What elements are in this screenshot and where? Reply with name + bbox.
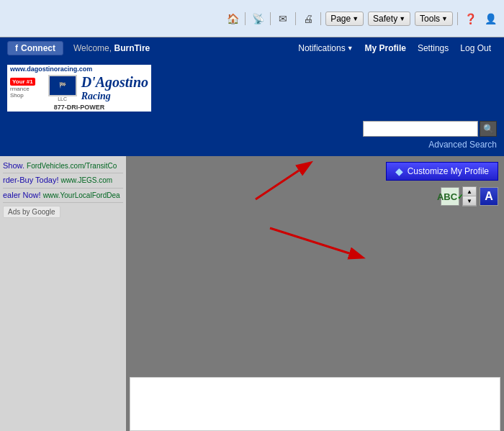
banner-left: Your #1 rmance Shop: [10, 78, 44, 99]
sidebar-ads: Show. FordVehicles.com/TransitCo rder-Bu…: [0, 156, 126, 431]
page-arrow: ▼: [352, 15, 359, 22]
settings-nav-item[interactable]: Settings: [412, 37, 454, 59]
ad-title-2[interactable]: rder-Buy Today!: [3, 176, 58, 184]
notifications-label: Notifications: [298, 43, 345, 53]
decrement-button[interactable]: ▼: [463, 196, 476, 206]
banner-right: D'Agostino Racing: [81, 74, 148, 102]
fb-connect-button[interactable]: f Connect: [7, 41, 63, 55]
content-box: [130, 377, 500, 431]
stepper-group: ▲ ▼: [462, 186, 477, 207]
main-right-panel: ◆ Customize My Profile ABC ✓ ▲ ▼ A: [126, 156, 504, 431]
font-a-icon: A: [485, 190, 493, 203]
customize-profile-label: Customize My Profile: [408, 166, 489, 176]
safety-button[interactable]: Safety ▼: [368, 12, 410, 26]
svg-line-2: [256, 171, 299, 199]
home-icon[interactable]: 🏠: [225, 11, 240, 27]
editor-toolbar: ABC ✓ ▲ ▼ A: [441, 186, 498, 207]
racing-logo: 🏁: [48, 75, 77, 96]
banner-phone: 877-DRI-POWER: [54, 104, 105, 111]
divider-1: [245, 12, 246, 25]
ads-by-label: Ads by Google: [8, 208, 55, 216]
search-row: 🔍: [363, 121, 497, 137]
search-button[interactable]: 🔍: [480, 121, 497, 137]
toolbar-icons: 🏠 📡 ✉ 🖨 Page ▼ Safety ▼ Tools ▼ ❓ 👤: [225, 11, 498, 27]
ad-url-1: FordVehicles.com/TransitCo: [27, 162, 117, 170]
divider-3: [295, 12, 296, 25]
divider-5: [457, 12, 458, 25]
print-icon[interactable]: 🖨: [300, 11, 316, 27]
ad-title-3[interactable]: ealer Now!: [3, 191, 41, 199]
banner-title: D'Agostino: [81, 74, 148, 91]
ads-by-google-badge: Ads by Google: [3, 206, 60, 218]
tools-button[interactable]: Tools ▼: [415, 12, 453, 26]
banner-logo: Your #1 rmance Shop 🏁 LLC D'Agostino Rac…: [10, 74, 148, 102]
ad-title-1[interactable]: Show.: [3, 161, 24, 170]
advanced-search-link[interactable]: Advanced Search: [428, 140, 497, 150]
page-label: Page: [330, 14, 351, 24]
ad-item-3: ealer Now! www.YourLocalFordDea: [3, 189, 123, 203]
abc-icon: ABC: [437, 191, 457, 202]
fb-connect-label: Connect: [21, 43, 55, 53]
search-icon: 🔍: [483, 124, 494, 134]
banner-llc: LLC: [58, 96, 67, 101]
page-button[interactable]: Page ▼: [325, 12, 364, 26]
settings-label: Settings: [418, 43, 449, 53]
mail-icon[interactable]: ✉: [275, 11, 291, 27]
help-icon[interactable]: ❓: [462, 11, 478, 27]
logout-label: Log Out: [460, 43, 491, 53]
banner-shop-text: rmance Shop: [10, 86, 44, 99]
font-button[interactable]: A: [480, 187, 498, 206]
browser-toolbar: 🏠 📡 ✉ 🖨 Page ▼ Safety ▼ Tools ▼ ❓ 👤: [0, 0, 504, 37]
divider-4: [320, 12, 321, 25]
fb-f-icon: f: [15, 43, 18, 53]
diamond-icon: ◆: [395, 165, 403, 177]
divider-2: [270, 12, 271, 25]
ad-url-2: www.JEGS.com: [61, 176, 113, 184]
rss-icon[interactable]: 📡: [250, 11, 266, 27]
banner-url: www.dagostinoracing.com: [10, 65, 92, 73]
ad-item-1: Show. FordVehicles.com/TransitCo: [3, 159, 123, 173]
safety-arrow: ▼: [399, 15, 405, 22]
increment-button[interactable]: ▲: [463, 187, 476, 196]
notifications-arrow: ▼: [347, 45, 354, 52]
ad-item-2: rder-Buy Today! www.JEGS.com: [3, 173, 123, 188]
tools-arrow: ▼: [441, 15, 448, 22]
sponsor-banner: www.dagostinoracing.com Your #1 rmance S…: [7, 65, 151, 112]
svg-line-3: [270, 228, 349, 253]
user-icon[interactable]: 👤: [482, 11, 498, 27]
safety-label: Safety: [373, 14, 397, 24]
facebook-bar: f Connect Welcome, BurnTire Notification…: [0, 37, 504, 59]
banner-racing: Racing: [81, 91, 148, 102]
ad-url-3: www.YourLocalFordDea: [43, 191, 120, 199]
fb-welcome-text: Welcome, BurnTire: [73, 43, 150, 53]
banner-center: 🏁 LLC: [48, 75, 77, 101]
website-content: f Connect Welcome, BurnTire Notification…: [0, 37, 504, 431]
tools-label: Tools: [420, 14, 440, 24]
banner-badge: Your #1: [10, 78, 35, 86]
fb-username: BurnTire: [114, 43, 150, 53]
fb-navigation: Notifications ▼ My Profile Settings Log …: [292, 37, 497, 59]
logout-nav-item[interactable]: Log Out: [454, 37, 497, 59]
notifications-nav-item[interactable]: Notifications ▼: [292, 37, 359, 59]
search-area: 🔍 Advanced Search: [0, 117, 504, 156]
search-input[interactable]: [363, 121, 478, 137]
my-profile-nav-item[interactable]: My Profile: [359, 37, 412, 59]
racing-logo-text: 🏁: [59, 82, 66, 89]
spell-check-button[interactable]: ABC ✓: [441, 187, 459, 206]
banner-area: www.dagostinoracing.com Your #1 rmance S…: [0, 59, 504, 117]
main-content: Show. FordVehicles.com/TransitCo rder-Bu…: [0, 156, 504, 431]
customize-profile-button[interactable]: ◆ Customize My Profile: [386, 162, 498, 181]
my-profile-label: My Profile: [365, 43, 406, 53]
